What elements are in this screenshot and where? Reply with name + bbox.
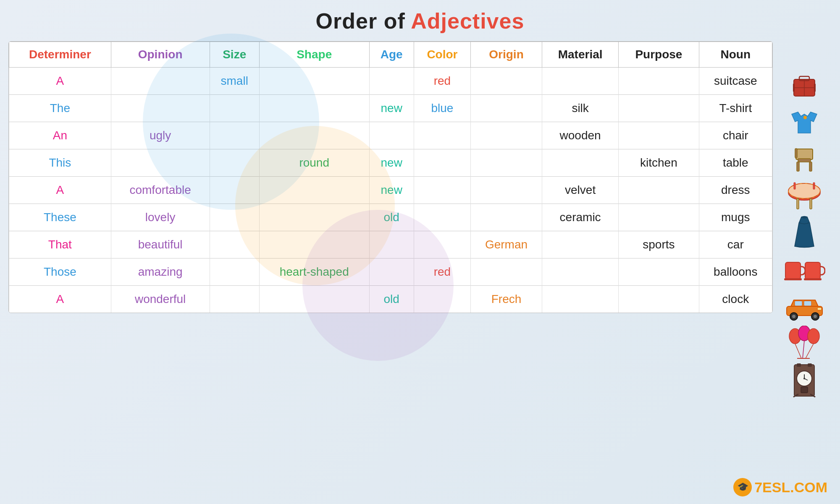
cell-origin	[471, 68, 542, 95]
cell-purpose	[619, 286, 699, 313]
th-color: Color	[414, 42, 470, 68]
cell-age	[369, 231, 414, 259]
image-balloons	[779, 326, 830, 363]
cell-material	[542, 286, 618, 313]
svg-rect-9	[798, 159, 811, 162]
svg-rect-15	[794, 183, 795, 189]
cell-age: new	[369, 149, 414, 177]
svg-point-45	[803, 378, 805, 379]
svg-rect-8	[796, 149, 813, 159]
cell-shape	[259, 68, 369, 95]
cell-determiner: Those	[9, 259, 111, 286]
cell-opinion: wonderful	[111, 286, 210, 313]
cell-noun: car	[699, 231, 772, 259]
svg-rect-31	[817, 308, 822, 310]
cell-shape	[259, 286, 369, 313]
main-content: DeterminerOpinionSizeShapeAgeColorOrigin…	[0, 41, 840, 400]
cell-purpose	[619, 95, 699, 122]
cell-color	[414, 231, 470, 259]
cell-origin: German	[471, 231, 542, 259]
image-mugs	[779, 252, 830, 289]
image-table	[779, 178, 830, 215]
images-column	[777, 41, 832, 400]
table-row: ThatbeautifulGermansportscar	[9, 231, 772, 259]
cell-age	[369, 259, 414, 286]
image-suitcase	[779, 67, 830, 104]
cell-noun: dress	[699, 177, 772, 204]
cell-opinion	[111, 149, 210, 177]
cell-size	[210, 286, 259, 313]
svg-rect-10	[797, 162, 799, 171]
svg-rect-18	[797, 198, 799, 209]
cell-origin: Frech	[471, 286, 542, 313]
cell-purpose: kitchen	[619, 149, 699, 177]
page-title: Order of Adjectives	[316, 8, 525, 34]
image-clock	[779, 363, 830, 400]
cell-age: new	[369, 95, 414, 122]
svg-rect-46	[801, 387, 808, 393]
table-row: Thisroundnewkitchentable	[9, 149, 772, 177]
image-chair	[779, 141, 830, 178]
table-row: Anuglywoodenchair	[9, 122, 772, 149]
table-row: Acomfortablenewvelvetdress	[9, 177, 772, 204]
svg-point-28	[792, 315, 795, 318]
cell-size	[210, 177, 259, 204]
title-adjectives: Adjectives	[411, 9, 524, 33]
th-shape: Shape	[259, 42, 369, 68]
cell-color	[414, 204, 470, 231]
table-header-row: DeterminerOpinionSizeShapeAgeColorOrigin…	[9, 42, 772, 68]
cell-opinion: ugly	[111, 122, 210, 149]
cell-age: old	[369, 286, 414, 313]
cell-shape: heart-shaped	[259, 259, 369, 286]
cell-origin	[471, 259, 542, 286]
svg-rect-20	[785, 262, 801, 279]
cell-color	[414, 177, 470, 204]
cell-shape	[259, 231, 369, 259]
cell-size	[210, 149, 259, 177]
cell-size: small	[210, 68, 259, 95]
cell-size	[210, 259, 259, 286]
cell-purpose	[619, 122, 699, 149]
cell-material: ceramic	[542, 204, 618, 231]
svg-point-30	[814, 315, 817, 318]
svg-rect-23	[804, 278, 822, 280]
cell-shape: round	[259, 149, 369, 177]
watermark: 🎓 7ESL.COM	[733, 478, 827, 496]
table-row: AwonderfuloldFrechclock	[9, 286, 772, 313]
svg-point-34	[808, 329, 819, 344]
cell-color	[414, 286, 470, 313]
th-origin: Origin	[471, 42, 542, 68]
th-age: Age	[369, 42, 414, 68]
svg-marker-6	[792, 112, 817, 133]
table-body: AsmallredsuitcaseThenewbluesilkT-shirtAn…	[9, 68, 772, 313]
svg-rect-40	[797, 363, 801, 367]
cell-shape	[259, 177, 369, 204]
cell-shape	[259, 204, 369, 231]
cell-origin	[471, 204, 542, 231]
cell-purpose	[619, 204, 699, 231]
cell-origin	[471, 95, 542, 122]
cell-origin	[471, 177, 542, 204]
cell-material: velvet	[542, 177, 618, 204]
cell-color	[414, 122, 470, 149]
cell-noun: suitcase	[699, 68, 772, 95]
cell-age	[369, 122, 414, 149]
watermark-icon: 🎓	[733, 478, 752, 496]
cell-shape	[259, 95, 369, 122]
cell-color: red	[414, 259, 470, 286]
cell-material	[542, 149, 618, 177]
cell-purpose	[619, 259, 699, 286]
cell-material: silk	[542, 95, 618, 122]
th-determiner: Determiner	[9, 42, 111, 68]
cell-purpose: sports	[619, 231, 699, 259]
image-tshirt	[779, 104, 830, 141]
watermark-label: ESL.COM	[762, 479, 827, 495]
cell-noun: clock	[699, 286, 772, 313]
cell-opinion: beautiful	[111, 231, 210, 259]
cell-color: blue	[414, 95, 470, 122]
cell-determiner: A	[9, 286, 111, 313]
cell-color	[414, 149, 470, 177]
cell-noun: chair	[699, 122, 772, 149]
svg-point-7	[803, 116, 807, 119]
cell-age: new	[369, 177, 414, 204]
